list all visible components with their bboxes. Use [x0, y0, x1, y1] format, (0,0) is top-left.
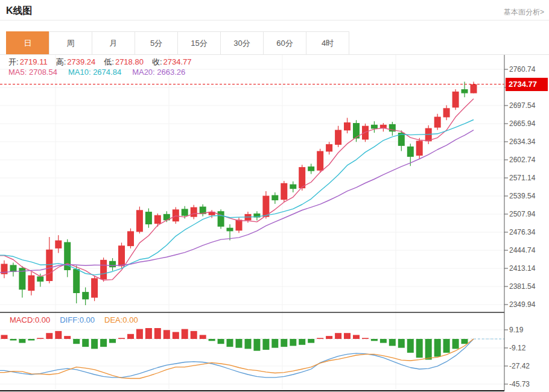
tab-周[interactable]: 周: [49, 31, 92, 55]
price-tick-label: 2760.74: [509, 65, 547, 74]
ohlc-pair: 高:2739.24: [56, 57, 96, 68]
price-tick-label: 2602.74: [509, 156, 547, 164]
price-tick-label: 2634.34: [509, 138, 547, 146]
title-divider: [0, 20, 549, 21]
period-tab-bar: 日周月5分15分30分60分4时: [6, 31, 349, 55]
macd-tick-label: -9.12: [509, 344, 547, 352]
fundamental-analysis-link[interactable]: 基本面分析>: [504, 7, 544, 17]
ohlc-readout: 开:2719.11高:2739.24低:2718.80收:2734.77: [8, 57, 192, 68]
tab-30分[interactable]: 30分: [220, 31, 264, 55]
price-tick-label: 2444.74: [509, 246, 547, 254]
ma-readout: MA5: 2708.54MA10: 2674.84MA20: 2663.26: [8, 68, 185, 77]
tab-4时[interactable]: 4时: [306, 31, 349, 55]
tab-15分[interactable]: 15分: [177, 31, 221, 55]
page-title: K线图: [6, 5, 33, 17]
ma-value: MA10: 2674.84: [68, 68, 121, 77]
ma-value: MA20: 2663.26: [132, 68, 185, 77]
tab-bar-underline: [0, 54, 549, 55]
price-tick-label: 2476.34: [509, 228, 547, 236]
ohlc-pair: 低:2718.80: [104, 57, 144, 68]
macd-value: DIFF:0.00: [60, 315, 95, 324]
macd-tick-label: -27.42: [509, 362, 547, 370]
tab-日[interactable]: 日: [6, 31, 49, 55]
price-tick-label: 2539.54: [509, 192, 547, 200]
price-tick-label: 2349.94: [509, 300, 547, 309]
macd-readout: MACD:0.00DIFF:0.00DEA:0.00: [10, 315, 138, 324]
price-tick-label: 2413.14: [509, 264, 547, 273]
tab-月[interactable]: 月: [92, 31, 135, 55]
macd-tick-label: -45.73: [509, 380, 547, 388]
current-price-tag: 2734.77: [506, 78, 548, 91]
price-tick-label: 2571.14: [509, 174, 547, 182]
macd-value: MACD:0.00: [10, 315, 50, 324]
ohlc-pair: 收:2734.77: [152, 57, 192, 68]
tab-5分[interactable]: 5分: [135, 31, 178, 55]
price-tick-label: 2507.94: [509, 210, 547, 218]
ohlc-pair: 开:2719.11: [8, 57, 48, 68]
price-tick-label: 2697.54: [509, 101, 547, 110]
kline-app: { "header": { "title": "K线图", "link_labe…: [0, 0, 549, 392]
macd-value: DEA:0.00: [104, 315, 138, 324]
macd-tick-label: 9.19: [509, 326, 547, 334]
price-tick-label: 2381.54: [509, 282, 547, 291]
price-tick-label: 2665.94: [509, 119, 547, 128]
tab-60分[interactable]: 60分: [263, 31, 306, 55]
ma-value: MA5: 2708.54: [8, 68, 57, 77]
